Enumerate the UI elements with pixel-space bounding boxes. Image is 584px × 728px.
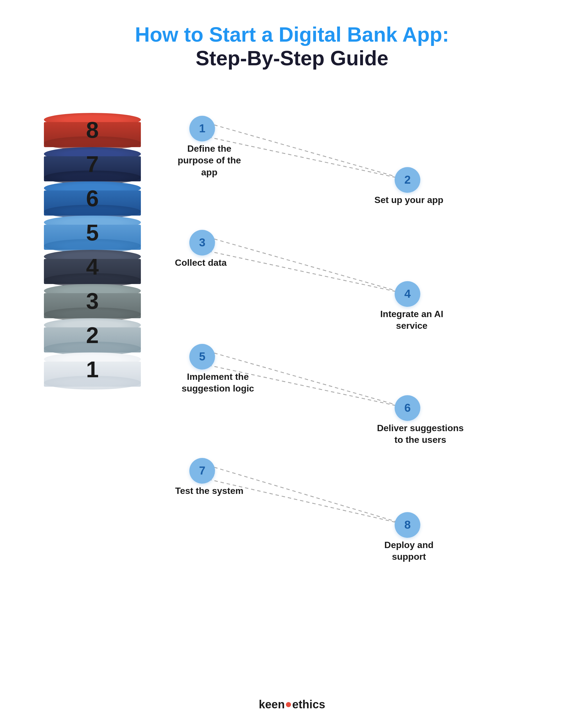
cylinder-body-8: 8: [44, 113, 141, 147]
step-label-3: Collect data: [172, 257, 229, 269]
step-circle-1: 1: [189, 116, 215, 141]
step-circle-3: 3: [189, 230, 215, 256]
footer-text-right: ethics: [292, 698, 325, 711]
page-container: How to Start a Digital Bank App: Step-By…: [0, 0, 584, 728]
step-circle-8: 8: [395, 512, 420, 538]
step-circle-4: 4: [395, 281, 420, 307]
footer: keen ethics: [259, 698, 325, 711]
step-label-4: Integrate an AI service: [372, 308, 452, 332]
header-title-line1: How to Start a Digital Bank App:: [135, 23, 449, 47]
cylinder-number-6: 6: [86, 185, 99, 212]
step-label-1: Define the purpose of the app: [172, 143, 246, 179]
header-title-line2: Step-By-Step Guide: [135, 47, 449, 70]
cylinder-body-7: 7: [44, 147, 141, 181]
cylinder-body-1: 1: [44, 353, 141, 387]
cylinder-number-4: 4: [86, 254, 99, 280]
step-label-5: Implement the suggestion logic: [172, 371, 264, 395]
cylinder-5: 5: [44, 215, 141, 250]
footer-dot-icon: [286, 702, 291, 707]
cylinder-body-5: 5: [44, 215, 141, 250]
cylinder-number-7: 7: [86, 151, 99, 177]
main-content: 8 7 6 5: [35, 104, 549, 589]
cylinder-1: 1: [44, 353, 141, 387]
cylinder-number-8: 8: [86, 117, 99, 143]
cylinder-stack: 8 7 6 5: [35, 113, 150, 387]
cylinder-number-3: 3: [86, 288, 99, 314]
svg-line-3: [202, 250, 407, 294]
footer-text-left: keen: [259, 698, 285, 711]
cylinder-number-2: 2: [86, 322, 99, 348]
step-label-2: Set up your app: [372, 194, 446, 206]
cylinder-body-4: 4: [44, 250, 141, 284]
cylinder-4: 4: [44, 250, 141, 284]
step-circle-7: 7: [189, 458, 215, 484]
cylinder-body-3: 3: [44, 284, 141, 318]
cylinder-body-6: 6: [44, 181, 141, 215]
step-label-7: Test the system: [172, 485, 246, 497]
step-circle-6: 6: [395, 395, 420, 421]
cylinder-2: 2: [44, 318, 141, 353]
step-label-6: Deliver suggestions to the users: [372, 422, 469, 446]
cylinder-8: 8: [44, 113, 141, 147]
step-circle-2: 2: [395, 167, 420, 193]
cylinder-3: 3: [44, 284, 141, 318]
step-label-8: Deploy and support: [372, 539, 446, 563]
step-circle-5: 5: [189, 344, 215, 369]
cylinder-number-5: 5: [86, 219, 99, 246]
cylinder-body-2: 2: [44, 318, 141, 353]
svg-line-2: [202, 236, 407, 294]
cylinder-7: 7: [44, 147, 141, 181]
cylinder-6: 6: [44, 181, 141, 215]
header: How to Start a Digital Bank App: Step-By…: [135, 23, 449, 70]
cylinder-number-1: 1: [86, 357, 99, 383]
steps-diagram: 1Define the purpose of the app2Set up yo…: [166, 104, 549, 589]
